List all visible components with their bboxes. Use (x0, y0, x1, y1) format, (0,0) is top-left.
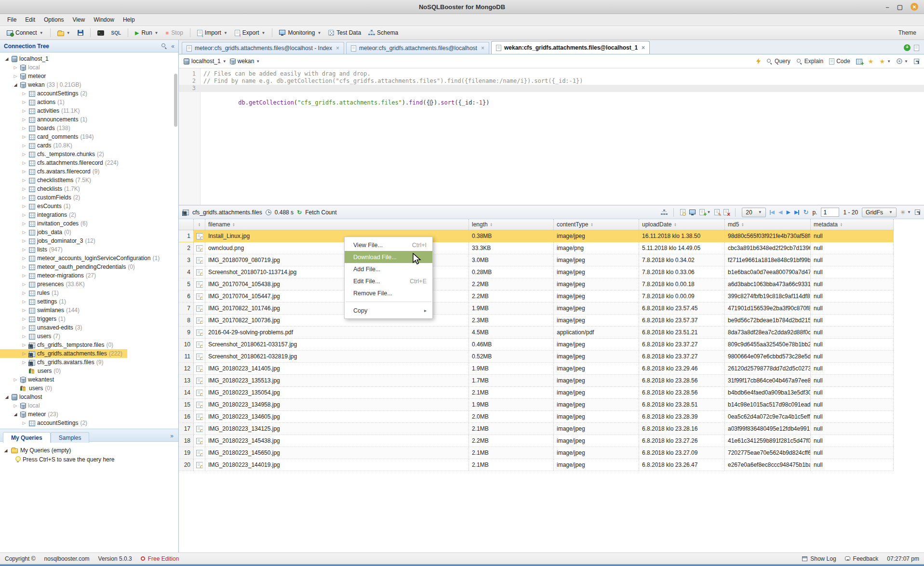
cell-metadata[interactable]: null (811, 242, 894, 254)
view-mode-select[interactable]: GridFs▼ (862, 208, 897, 217)
tree-expand-arrow[interactable] (21, 360, 27, 365)
tree-item[interactable]: integrations (2) (0, 211, 81, 219)
tree-item[interactable]: cfs._tempstore.chunks (2) (0, 150, 109, 158)
save-button[interactable] (75, 28, 86, 37)
tree-item[interactable]: actions (1) (0, 98, 69, 106)
tree-expand-arrow[interactable] (21, 264, 27, 269)
preview-file-icon[interactable] (196, 462, 203, 468)
edition-badge[interactable]: Free Edition (141, 555, 179, 562)
tree-expand-arrow[interactable] (21, 143, 27, 148)
preview-file-icon[interactable] (196, 438, 203, 444)
cell-uploaddate[interactable]: 6.8.2018 klo 23.37.27 (639, 339, 725, 350)
row-preview-cell[interactable] (194, 242, 205, 254)
preview-file-icon[interactable] (196, 426, 203, 432)
tree-expand-arrow[interactable] (21, 134, 27, 139)
delete-document-icon[interactable] (723, 209, 729, 215)
context-menu-item[interactable]: View File... Ctrl+I (345, 239, 432, 251)
cell-contenttype[interactable]: image/png (554, 242, 639, 254)
row-preview-cell[interactable] (194, 266, 205, 278)
row-preview-cell[interactable] (194, 447, 205, 459)
cell-metadata[interactable]: null (811, 327, 894, 338)
tree-expand-arrow[interactable] (21, 117, 27, 122)
tab-close-icon[interactable]: × (642, 44, 645, 51)
cell-md5[interactable]: 471901d156539e2ba3f90c870f8 (725, 303, 811, 314)
cell-filename[interactable]: IMG_20180223_134125.jpg (205, 423, 469, 434)
col-md5[interactable]: md5▲▼ (725, 219, 811, 230)
preview-file-icon[interactable] (196, 257, 203, 263)
row-preview-cell[interactable] (194, 254, 205, 266)
col-length[interactable]: length▲▼ (469, 219, 554, 230)
cell-metadata[interactable]: null (811, 315, 894, 326)
preview-file-icon[interactable] (196, 378, 203, 384)
cell-length[interactable]: 0.28MB (469, 266, 554, 278)
prev-page-icon[interactable]: ◀ (778, 209, 782, 215)
tree-expand-arrow[interactable] (4, 56, 10, 61)
cell-uploaddate[interactable]: 5.11.2018 klo 14.49.05 (639, 242, 725, 254)
tree-item[interactable]: wekan (33 | 0.21GB) (0, 80, 86, 89)
theme-menu[interactable]: Theme (898, 29, 920, 36)
col-filename[interactable]: filename▲▼ (205, 219, 469, 230)
cell-uploaddate[interactable]: 6.8.2018 klo 23.37.27 (639, 351, 725, 362)
cell-metadata[interactable]: null (811, 363, 894, 374)
tree-item[interactable]: users (7) (0, 332, 65, 341)
cell-metadata[interactable]: null (811, 387, 894, 398)
tree-item[interactable]: localhost_1 (0, 54, 55, 63)
cell-metadata[interactable]: null (811, 339, 894, 350)
preview-file-icon[interactable] (196, 402, 203, 408)
code-button[interactable]: Code (829, 58, 850, 65)
explain-button[interactable]: Explain (796, 58, 823, 65)
tree-expand-arrow[interactable] (21, 221, 27, 226)
tree-expand-arrow[interactable] (13, 65, 18, 70)
cell-md5[interactable]: 7202775eae70e5624b9d824cff6 (725, 447, 811, 459)
cell-md5[interactable]: be9d56c72bdeae1b784d2bd215 (725, 315, 811, 326)
tree-expand-arrow[interactable] (21, 282, 27, 287)
preview-file-icon[interactable] (196, 245, 203, 251)
editor-tab[interactable]: wekan:cfs_gridfs.attachments.files@local… (491, 41, 650, 54)
preview-file-icon[interactable] (196, 233, 203, 239)
star-icon[interactable]: ★ (868, 58, 874, 65)
page-number-input[interactable] (821, 208, 839, 217)
row-preview-cell[interactable] (194, 230, 205, 242)
table-row[interactable]: 10 Screenshot_20180621-033157.jpg 0.46MB… (179, 339, 894, 351)
tree-item[interactable]: triggers (1) (0, 315, 70, 323)
cell-metadata[interactable]: null (811, 254, 894, 266)
tree-item[interactable]: cards (10.8K) (0, 141, 77, 150)
feedback-button[interactable]: Feedback (845, 555, 879, 562)
cell-uploaddate[interactable]: 7.8.2018 klo 0.33.06 (639, 266, 725, 278)
tree-item[interactable]: local (0, 401, 47, 410)
preview-file-icon[interactable] (196, 281, 203, 288)
tree-item[interactable]: localhost (0, 393, 49, 401)
cell-contenttype[interactable]: image/jpeg (554, 230, 639, 242)
tree-item[interactable]: cfs.avatars.filerecord (9) (0, 167, 104, 176)
options-menu[interactable]: ▼ (897, 58, 908, 64)
cell-uploaddate[interactable]: 6.8.2018 klo 23.28.39 (639, 411, 725, 422)
sidebar-scrollbar[interactable] (174, 74, 177, 127)
star-menu[interactable]: ★▼ (880, 58, 891, 65)
cell-contenttype[interactable]: image/jpeg (554, 435, 639, 447)
cell-md5[interactable]: 0ea5c62d4a072c9e7ca4b1c5eff (725, 411, 811, 422)
cell-length[interactable]: 1.9MB (469, 363, 554, 374)
cell-length[interactable]: 2.2MB (469, 290, 554, 302)
my-queries-folder[interactable]: My Queries (empty) (3, 446, 175, 455)
tree-expand-arrow[interactable] (21, 334, 27, 339)
editor-tab[interactable]: meteor:cfs_gridfs.attachments.files@loca… (182, 42, 344, 54)
sql-button[interactable]: SQL (108, 29, 124, 37)
tree-expand-arrow[interactable] (21, 212, 27, 217)
edit-document-icon[interactable] (714, 209, 720, 215)
tree-expand-arrow[interactable] (21, 178, 27, 183)
table-row[interactable]: 20 IMG_20180223_144019.jpg 2.1MB image/j… (179, 459, 894, 471)
cell-filename[interactable]: IMG_20180223_145650.jpg (205, 447, 469, 459)
maximize-results-icon[interactable] (915, 210, 920, 215)
close-icon[interactable]: ✕ (911, 3, 918, 11)
tree-expand-arrow[interactable] (21, 186, 27, 191)
table-row[interactable]: 18 IMG_20180223_145438.jpg 2.2MB image/j… (179, 435, 894, 447)
cell-uploaddate[interactable]: 7.8.2018 klo 0.34.02 (639, 254, 725, 266)
cell-length[interactable]: 2.2MB (469, 278, 554, 290)
tab-close-icon[interactable]: × (336, 45, 339, 52)
tree-expand-arrow[interactable] (21, 256, 27, 261)
queries-tab[interactable]: Samples (51, 432, 90, 443)
search-icon[interactable] (161, 43, 167, 49)
table-row[interactable]: 14 IMG_20180223_135054.jpg 2.1MB image/j… (179, 387, 894, 399)
stop-button[interactable]: ■ Stop (163, 28, 186, 38)
tree-expand-arrow[interactable] (21, 238, 27, 243)
